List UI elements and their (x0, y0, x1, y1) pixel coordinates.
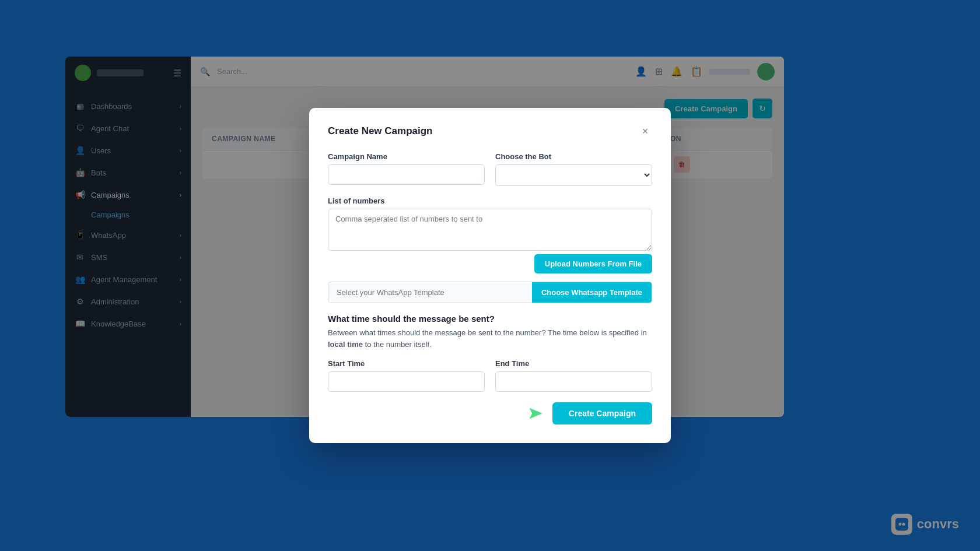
campaign-name-input[interactable] (328, 164, 485, 185)
time-desc-after: to the number itself. (363, 340, 432, 349)
send-icon (526, 404, 544, 423)
list-numbers-textarea[interactable] (328, 209, 652, 251)
form-row-time: Start Time End Time (328, 359, 652, 392)
modal-overlay: Create New Campaign × Campaign Name Choo… (0, 0, 980, 551)
send-icon-button[interactable] (524, 403, 545, 424)
choose-bot-label: Choose the Bot (495, 152, 652, 161)
end-time-input[interactable] (495, 371, 652, 392)
modal-footer: Create Campaign (328, 402, 652, 424)
time-section: What time should the message be sent? Be… (328, 314, 652, 392)
time-desc-bold: local time (328, 340, 363, 349)
time-section-title: What time should the message be sent? (328, 314, 652, 324)
form-group-end-time: End Time (495, 359, 652, 392)
create-campaign-button[interactable]: Create Campaign (552, 402, 652, 424)
form-group-choose-bot: Choose the Bot (495, 152, 652, 186)
campaign-name-label: Campaign Name (328, 152, 485, 161)
end-time-label: End Time (495, 359, 652, 368)
time-section-desc: Between what times should the message be… (328, 327, 652, 350)
form-group-campaign-name: Campaign Name (328, 152, 485, 186)
template-input[interactable] (328, 282, 532, 303)
form-row-top: Campaign Name Choose the Bot (328, 152, 652, 186)
start-time-input[interactable] (328, 371, 485, 392)
upload-row: Upload Numbers From File (328, 254, 652, 273)
start-time-label: Start Time (328, 359, 485, 368)
svg-marker-1 (529, 408, 542, 419)
form-group-numbers: List of numbers (328, 196, 652, 251)
choose-bot-select[interactable] (495, 164, 652, 186)
modal-header: Create New Campaign × (328, 124, 652, 138)
time-desc-before: Between what times should the message be… (328, 328, 647, 337)
modal-close-button[interactable]: × (638, 124, 652, 138)
form-group-start-time: Start Time (328, 359, 485, 392)
list-numbers-label: List of numbers (328, 196, 652, 205)
template-row: Choose Whatsapp Template (328, 282, 652, 303)
upload-numbers-button[interactable]: Upload Numbers From File (534, 254, 652, 273)
create-campaign-modal: Create New Campaign × Campaign Name Choo… (309, 108, 671, 443)
choose-template-button[interactable]: Choose Whatsapp Template (532, 282, 652, 303)
modal-title: Create New Campaign (328, 125, 433, 137)
